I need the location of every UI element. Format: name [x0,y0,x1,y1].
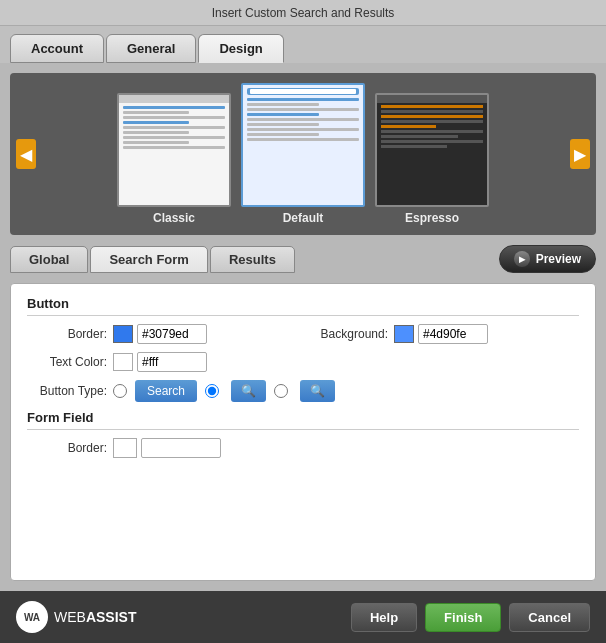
webassist-logo: WA WEBASSIST [16,601,136,633]
tab-results[interactable]: Results [210,246,295,273]
footer: WA WEBASSIST Help Finish Cancel [0,591,606,643]
form-field-border-input[interactable] [141,438,221,458]
btn-type-icon-grey-radio[interactable] [274,384,288,398]
logo-icon: WA [16,601,48,633]
thumb-default-label: Default [283,211,324,225]
title-text: Insert Custom Search and Results [212,6,395,20]
thumb-espresso-label: Espresso [405,211,459,225]
preview-button[interactable]: ▶ Preview [499,245,596,273]
inner-tabs: Global Search Form Results [10,246,295,273]
thumb-default[interactable]: Default [241,83,365,225]
btn-type-icon-blue-preview[interactable]: 🔍 [231,380,266,402]
background-color-swatch[interactable] [394,325,414,343]
text-color-row: Text Color: [27,352,579,372]
button-type-row: Button Type: Search 🔍 🔍 [27,380,579,402]
cancel-button[interactable]: Cancel [509,603,590,632]
btn-type-icon-blue-radio[interactable] [205,384,219,398]
form-field-border-swatch[interactable] [113,438,137,458]
btn-type-icon-blue-option[interactable] [205,384,219,398]
thumbnail-list: Classic [40,83,566,225]
border-color-swatch[interactable] [113,325,133,343]
form-field-border-row: Border: [27,438,579,458]
form-field-border-label: Border: [27,441,107,455]
btn-type-text-preview[interactable]: Search [135,380,197,402]
text-color-label: Text Color: [27,355,107,369]
settings-panel: Button Border: Background: Text Color: [10,283,596,581]
form-field-section-title: Form Field [27,410,579,430]
text-color-swatch[interactable] [113,353,133,371]
thumb-espresso[interactable]: Espresso [375,93,489,225]
carousel-right-arrow[interactable]: ▶ [570,139,590,169]
btn-type-text-option[interactable] [113,384,127,398]
tab-account[interactable]: Account [10,34,104,63]
main-container: Account General Design ◀ [0,26,606,643]
inner-tabs-row: Global Search Form Results ▶ Preview [10,245,596,273]
play-icon: ▶ [514,251,530,267]
btn-type-icon-grey-option[interactable] [274,384,288,398]
button-type-label: Button Type: [27,384,107,398]
text-color-input[interactable] [137,352,207,372]
finish-button[interactable]: Finish [425,603,501,632]
help-button[interactable]: Help [351,603,417,632]
thumb-classic[interactable]: Classic [117,93,231,225]
tab-global[interactable]: Global [10,246,88,273]
tab-general[interactable]: General [106,34,196,63]
thumb-classic-label: Classic [153,211,195,225]
btn-type-icon-grey-preview[interactable]: 🔍 [300,380,335,402]
footer-buttons: Help Finish Cancel [351,603,590,632]
logo-text: WEBASSIST [54,609,136,625]
carousel-left-arrow[interactable]: ◀ [16,139,36,169]
border-label: Border: [27,327,107,341]
button-section-title: Button [27,296,579,316]
top-tabs: Account General Design [0,26,606,63]
tab-search-form[interactable]: Search Form [90,246,207,273]
title-bar: Insert Custom Search and Results [0,0,606,26]
border-color-input[interactable] [137,324,207,344]
border-background-row: Border: Background: [27,324,579,344]
btn-type-text-radio[interactable] [113,384,127,398]
form-field-section: Form Field Border: [27,410,579,458]
background-label: Background: [308,327,388,341]
content-area: ◀ [0,63,606,591]
background-color-input[interactable] [418,324,488,344]
tab-design[interactable]: Design [198,34,283,63]
theme-carousel: ◀ [10,73,596,235]
